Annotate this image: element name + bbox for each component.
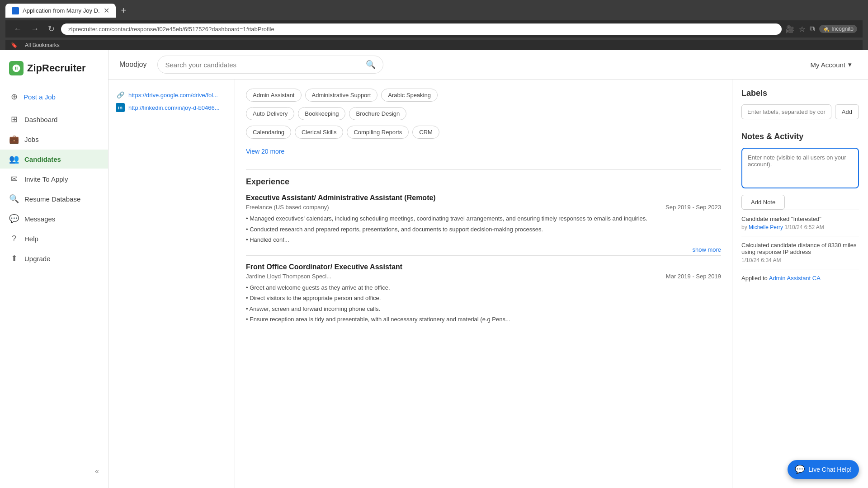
my-account-button[interactable]: My Account ▾ xyxy=(805,58,857,71)
post-job-button[interactable]: ⊕ Post a Job xyxy=(9,92,56,102)
labels-section: Labels Add xyxy=(741,89,859,119)
live-chat-widget[interactable]: 💬 Live Chat Help! xyxy=(788,460,859,479)
job-bullet-1-3: • Ensure reception area is tidy and pres… xyxy=(246,315,721,324)
sidebar-item-upgrade[interactable]: ⬆ Upgrade xyxy=(0,249,108,268)
drive-icon: 🔗 xyxy=(116,90,125,99)
skill-tag-calendaring: Calendaring xyxy=(246,126,291,139)
job-bullet-0-2: • Handled conf... xyxy=(246,235,721,244)
sidebar-item-label: Jobs xyxy=(24,136,39,143)
browser-tabs: Application from Marry Joy D. ✕ + xyxy=(5,4,863,18)
skill-tag-arabic-speaking: Arabic Speaking xyxy=(381,89,438,102)
sidebar-item-post-job[interactable]: ⊕ Post a Job xyxy=(9,88,99,105)
sidebar-item-label: Help xyxy=(24,235,38,243)
sidebar-item-resume-database[interactable]: 🔍 Resume Database xyxy=(0,189,108,208)
linkedin-icon: in xyxy=(116,103,125,112)
browser-controls: ← → ↻ ziprecruiter.com/contact/response/… xyxy=(5,20,863,38)
skill-tag-crm: CRM xyxy=(412,126,439,139)
skill-tag-admin-support: Administrative Support xyxy=(305,89,378,102)
forward-button[interactable]: → xyxy=(28,23,42,35)
bookmarks-bar: 🔖 All Bookmarks xyxy=(5,40,863,50)
search-input[interactable] xyxy=(165,61,366,69)
skill-tag-clerical-skills: Clerical Skills xyxy=(295,126,343,139)
job-company-0: Freelance (US based company) xyxy=(246,204,329,211)
job-title-0: Executive Assistant/ Administrative Assi… xyxy=(246,194,721,202)
sidebar-item-label: Upgrade xyxy=(24,255,51,263)
job-bullet-1-1: • Direct visitors to the appropriate per… xyxy=(246,294,721,303)
search-bar[interactable]: 🔍 xyxy=(157,56,383,74)
activity-item-1: Calculated candidate distance of 8330 mi… xyxy=(741,236,859,269)
incognito-label: Incognito xyxy=(831,26,854,32)
incognito-icon: 🕵 xyxy=(823,26,830,32)
invite-icon: ✉ xyxy=(9,174,19,184)
skill-tag-bookkeeping: Bookkeeping xyxy=(298,107,345,120)
address-bar[interactable]: ziprecruiter.com/contact/response/f02e45… xyxy=(61,23,782,35)
job-dates-1: Mar 2019 - Sep 2019 xyxy=(666,273,721,280)
view-more-skills-link[interactable]: View 20 more xyxy=(246,148,284,155)
extensions-icon[interactable]: ⧉ xyxy=(810,25,815,33)
linkedin-link[interactable]: in http://linkedin.com/in/joy-d-b0466... xyxy=(116,103,227,112)
experience-section-title: Experience xyxy=(246,177,721,187)
activity-timestamp-0: 1/10/24 6:52 AM xyxy=(784,224,824,230)
sidebar-item-candidates[interactable]: 👥 Candidates xyxy=(0,150,108,169)
camera-icon: 🎥 xyxy=(785,25,794,33)
bookmark-icon[interactable]: ☆ xyxy=(799,25,805,33)
sidebar-item-label: Resume Database xyxy=(24,195,80,203)
incognito-badge: 🕵 Incognito xyxy=(819,25,857,33)
sidebar-item-invite-to-apply[interactable]: ✉ Invite To Apply xyxy=(0,169,108,188)
notes-title: Notes & Activity xyxy=(741,132,859,141)
divider xyxy=(246,169,721,170)
sidebar-item-label: Post a Job xyxy=(24,93,56,101)
candidates-icon: 👥 xyxy=(9,154,19,164)
activity-link-0[interactable]: Michelle Perry xyxy=(749,224,783,230)
job-dates-0: Sep 2019 - Sep 2023 xyxy=(665,204,721,211)
sidebar-item-messages[interactable]: 💬 Messages xyxy=(0,209,108,228)
job-bullet-0-1: • Conducted research and prepared report… xyxy=(246,225,721,234)
skills-tags: Admin Assistant Administrative Support A… xyxy=(246,89,721,102)
add-note-button[interactable]: Add Note xyxy=(741,195,785,210)
activity-text-0: Candidate marked "Interested" xyxy=(741,216,859,222)
content-area: 🔗 https://drive.google.com/drive/fol... … xyxy=(108,80,868,488)
back-button[interactable]: ← xyxy=(11,23,24,35)
sidebar-item-jobs[interactable]: 💼 Jobs xyxy=(0,130,108,149)
labels-input-field[interactable] xyxy=(741,104,831,119)
middle-panel: Admin Assistant Administrative Support A… xyxy=(235,80,732,488)
active-tab[interactable]: Application from Marry Joy D. ✕ xyxy=(5,4,116,18)
notes-section: Notes & Activity Add Note Candidate mark… xyxy=(741,132,859,287)
bookmarks-icon: 🔖 xyxy=(11,42,18,48)
labels-add-button[interactable]: Add xyxy=(835,104,859,119)
show-more-link-0[interactable]: show more xyxy=(692,246,721,253)
dashboard-icon: ⊞ xyxy=(9,114,19,124)
skills-tags-row3: Calendaring Clerical Skills Compiling Re… xyxy=(246,126,721,139)
new-tab-button[interactable]: + xyxy=(118,4,130,18)
skills-tags-row2: Auto Delivery Bookkeeping Brochure Desig… xyxy=(246,107,721,120)
sidebar-navigation: ⊕ Post a Job ⊞ Dashboard 💼 Jobs 👥 Candid… xyxy=(0,84,108,268)
job-company-row-0: Freelance (US based company) Sep 2019 - … xyxy=(246,204,721,211)
main-content: Moodjoy 🔍 My Account ▾ 🔗 https://drive.g… xyxy=(108,50,868,488)
my-account-label: My Account xyxy=(810,61,845,69)
logo-icon xyxy=(9,61,24,75)
browser-chrome: Application from Marry Joy D. ✕ + ← → ↻ … xyxy=(0,0,868,50)
tab-favicon xyxy=(12,7,19,14)
topbar: Moodjoy 🔍 My Account ▾ xyxy=(108,50,868,80)
resume-icon: 🔍 xyxy=(9,194,19,204)
sidebar-item-dashboard[interactable]: ⊞ Dashboard xyxy=(0,110,108,129)
sidebar-item-help[interactable]: ? Help xyxy=(0,229,108,248)
activity-meta-1: 1/10/24 6:34 AM xyxy=(741,257,859,263)
all-bookmarks-label: All Bookmarks xyxy=(25,42,60,48)
reload-button[interactable]: ↻ xyxy=(45,23,57,35)
drive-link[interactable]: 🔗 https://drive.google.com/drive/fol... xyxy=(116,90,227,99)
collapse-sidebar-button[interactable]: « xyxy=(0,462,108,481)
company-name: Moodjoy xyxy=(119,61,146,69)
live-chat-label: Live Chat Help! xyxy=(808,466,852,473)
activity-link-2[interactable]: Admin Assistant CA xyxy=(769,275,821,282)
skills-section: Admin Assistant Administrative Support A… xyxy=(246,89,721,159)
linkedin-link-text: http://linkedin.com/in/joy-d-b0466... xyxy=(128,104,220,111)
notes-textarea[interactable] xyxy=(741,148,859,188)
job-title-1: Front Office Coordinator/ Executive Assi… xyxy=(246,263,721,271)
job-entry-1: Front Office Coordinator/ Executive Assi… xyxy=(246,263,721,324)
tab-close-button[interactable]: ✕ xyxy=(104,6,109,15)
browser-actions: 🎥 ☆ ⧉ 🕵 Incognito xyxy=(785,25,857,33)
chat-icon: 💬 xyxy=(795,465,805,474)
drive-link-text: https://drive.google.com/drive/fol... xyxy=(128,92,218,99)
candidate-links: 🔗 https://drive.google.com/drive/fol... … xyxy=(116,90,227,112)
